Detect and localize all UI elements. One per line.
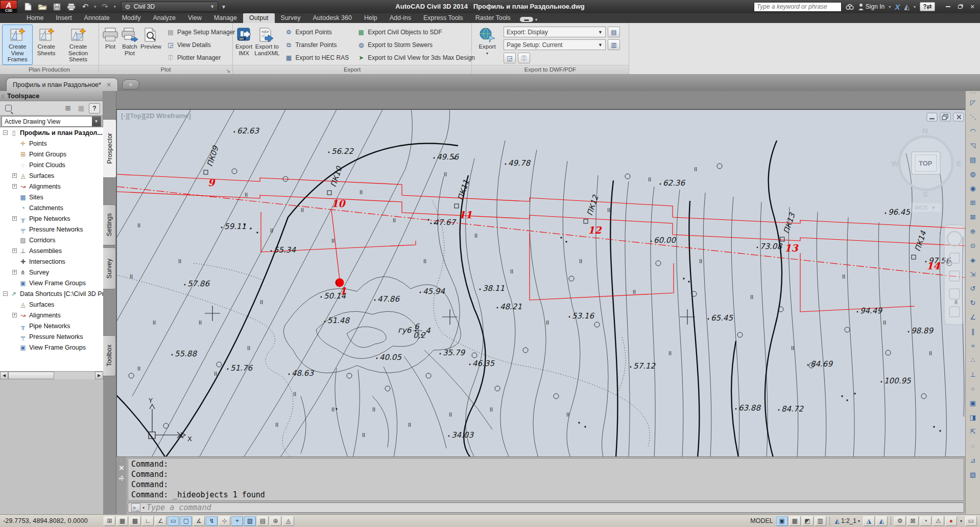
right-toolbar-icon-4[interactable]: ▤ (967, 152, 979, 167)
redo-dropdown[interactable]: ▾ (114, 4, 116, 9)
export-landxml-button[interactable]: <o> Export to LandXML (254, 25, 280, 65)
undo-button[interactable]: ↶ (80, 2, 91, 12)
right-toolbar-icon-14[interactable]: ↻ (967, 295, 979, 310)
right-toolbar-icon-11[interactable]: ◈ (967, 253, 979, 267)
sign-in-caret[interactable]: ▾ (889, 5, 891, 9)
restore-button[interactable] (954, 2, 966, 11)
dwf-preview-button[interactable]: ◲ (504, 53, 516, 63)
toggle-ortho-mode[interactable]: ∟ (142, 516, 154, 526)
plot-dialog-launcher[interactable]: ↘ (226, 66, 230, 75)
export-points-item[interactable]: ⚙Export Points (283, 28, 350, 36)
quick-view-layouts-button[interactable]: ▦ (789, 516, 801, 526)
command-recent-caret[interactable]: ▾ (142, 506, 145, 510)
tree-expander[interactable]: + (12, 270, 17, 274)
plot-big-button[interactable]: Plot (101, 25, 119, 65)
viewcube[interactable]: TOPNWSEWCS▾ (891, 126, 962, 212)
tree-expander[interactable]: + (12, 313, 17, 317)
toggle-snap-mode[interactable]: ▦ (116, 516, 128, 526)
command-close-icon[interactable]: ✕ (119, 464, 125, 472)
topographic-plan-canvas[interactable]: IIIIIIIIIIIIIIIIIIIIIIIIIIIIIIIIIIIIIIII… (117, 110, 966, 457)
search-icon[interactable] (846, 4, 854, 10)
tree-item-alignments[interactable]: +↝Alignments (0, 181, 103, 192)
view-selector-dropdown[interactable]: Active Drawing View ▼ (2, 116, 101, 127)
lock-ui-button[interactable]: ⊠ (907, 516, 919, 526)
right-toolbar-icon-25[interactable]: ⊿ (967, 453, 979, 467)
side-tab-prospector[interactable]: Prospector (103, 119, 116, 178)
tree-item-sites[interactable]: ▦Sites (0, 192, 103, 202)
hardware-acceleration-button[interactable]: ⚠ (933, 516, 944, 526)
plotter-manager-item[interactable]: ⎅Plotter Manager (165, 54, 236, 62)
ribbon-minimize[interactable]: ▬▾ (520, 17, 537, 23)
viewcube-east[interactable]: E (957, 159, 962, 168)
tree-item-points[interactable]: ✛Points (0, 138, 103, 149)
tree-expander[interactable]: + (12, 216, 17, 221)
help-button[interactable]: ?⇄ (920, 2, 935, 11)
side-tab-toolbox[interactable]: Toolbox (103, 335, 116, 376)
toggle-3d-object-snap[interactable]: ▢ (180, 516, 192, 526)
file-tab-close-icon[interactable]: ✕ (106, 81, 111, 88)
ribbon-tab-survey[interactable]: Survey (275, 13, 307, 23)
tree-item-surfaces[interactable]: +◬Surfaces (0, 170, 103, 181)
model-label[interactable]: MODEL (750, 517, 773, 524)
navigation-bar[interactable] (944, 225, 965, 325)
toggle-selection-cycling[interactable]: ⊕ (270, 516, 281, 526)
model-space-button[interactable]: ▣ (776, 516, 788, 526)
panel-title-plan-production[interactable]: Plan Production (0, 65, 99, 74)
toolspace-layout-button[interactable]: ⊞ (62, 103, 74, 113)
scroll-right-arrow[interactable]: ▶ (95, 372, 103, 379)
right-toolbar-icon-3[interactable]: ◹ (967, 138, 979, 152)
toolspace-help-button[interactable]: ? (89, 103, 100, 113)
right-toolbar-icon-16[interactable]: ∥ (967, 324, 979, 338)
layout-tabs-button[interactable]: ▥ (815, 516, 826, 526)
ribbon-tab-raster-tools[interactable]: Raster Tools (469, 13, 517, 23)
right-toolbar-icon-10[interactable]: ⊙ (967, 238, 979, 253)
ribbon-tab-home[interactable]: Home (20, 13, 50, 23)
export-sdf-item[interactable]: ▩Export Civil Objects to SDF (355, 28, 476, 36)
export-storm-sewers-item[interactable]: ◍Export to Storm Sewers (355, 41, 476, 49)
create-section-sheets-button[interactable]: Create Section Sheets (60, 25, 97, 65)
side-tab-settings[interactable]: Settings (103, 204, 116, 245)
tree-item-alignments-shortcut[interactable]: +↝Alignments (0, 310, 103, 320)
sign-in-button[interactable]: Sign In (858, 3, 885, 10)
side-tab-survey[interactable]: Survey (103, 247, 116, 289)
right-toolbar-icon-24[interactable]: ◌ (967, 439, 979, 453)
tree-expander[interactable]: − (3, 291, 8, 296)
tree-item-view-frame-groups[interactable]: ▣View Frame Groups (0, 278, 103, 288)
ribbon-tab-annotate[interactable]: Annotate (78, 13, 116, 23)
autodesk-360-icon[interactable]: ◭ (904, 3, 910, 11)
ribbon-tab-output[interactable]: Output (243, 13, 275, 23)
tree-item-corridors[interactable]: ▨Corridors (0, 235, 103, 245)
toolspace-header[interactable]: ⁞⁞Toolspace (0, 91, 103, 101)
ribbon-tab-modify[interactable]: Modify (116, 13, 147, 23)
tree-item-pressure-networks[interactable]: ╤Pressure Networks (0, 224, 103, 235)
ribbon-tab-express-tools[interactable]: Express Tools (417, 13, 469, 23)
tree-item-data-shortcuts[interactable]: −↗Data Shortcuts [C:\Civil 3D Pr... (0, 288, 103, 299)
ribbon-tab-view[interactable]: View (182, 13, 208, 23)
tree-expander[interactable]: − (3, 130, 8, 135)
command-history[interactable]: Command:Command:Command:Command: _hideob… (128, 458, 964, 501)
workspace-selector[interactable]: ⚙ Civil 3D ▼ (121, 2, 218, 12)
new-drawing-tab-button[interactable]: ＋ (122, 79, 139, 89)
export-type-dropdown[interactable]: Export: Display▼ (504, 27, 606, 37)
tree-item-point-clouds[interactable]: ◌Point Clouds (0, 159, 103, 170)
panel-title-dwf[interactable]: Export to DWF/PDF (472, 65, 629, 74)
tree-item-drawing[interactable]: −▯Профиль и план Раздол... (0, 127, 103, 138)
close-button[interactable]: ✕ (967, 2, 978, 11)
right-toolbar-icon-7[interactable]: ⊞ (967, 195, 979, 210)
toggle-show-lineweight[interactable]: + (231, 516, 243, 526)
minimize-button[interactable] (942, 2, 953, 11)
new-file-button[interactable] (22, 2, 34, 12)
tree-item-surfaces-shortcut[interactable]: ◬Surfaces (0, 299, 103, 310)
right-toolbar-icon-18[interactable]: ∴ (967, 353, 979, 367)
viewport-minimize-button[interactable] (927, 113, 937, 121)
toolspace-save-button[interactable]: ▦ (76, 103, 87, 113)
export-civil-view-item[interactable]: ➤Export to Civil View for 3ds Max Design (355, 54, 476, 62)
right-toolbar-icon-5[interactable]: ◍ (967, 167, 979, 181)
tree-item-catchments[interactable]: ◔Catchments (0, 202, 103, 213)
page-setup-dropdown[interactable]: Page Setup: Current▼ (504, 39, 606, 50)
right-toolbar-icon-12[interactable]: ⇲ (967, 267, 979, 281)
tree-item-view-frame-groups-shortcut[interactable]: ▣View Frame Groups (0, 342, 103, 353)
open-file-button[interactable] (37, 2, 48, 12)
view-details-item[interactable]: ◲View Details (165, 41, 236, 49)
viewcube-north[interactable]: N (922, 126, 928, 135)
